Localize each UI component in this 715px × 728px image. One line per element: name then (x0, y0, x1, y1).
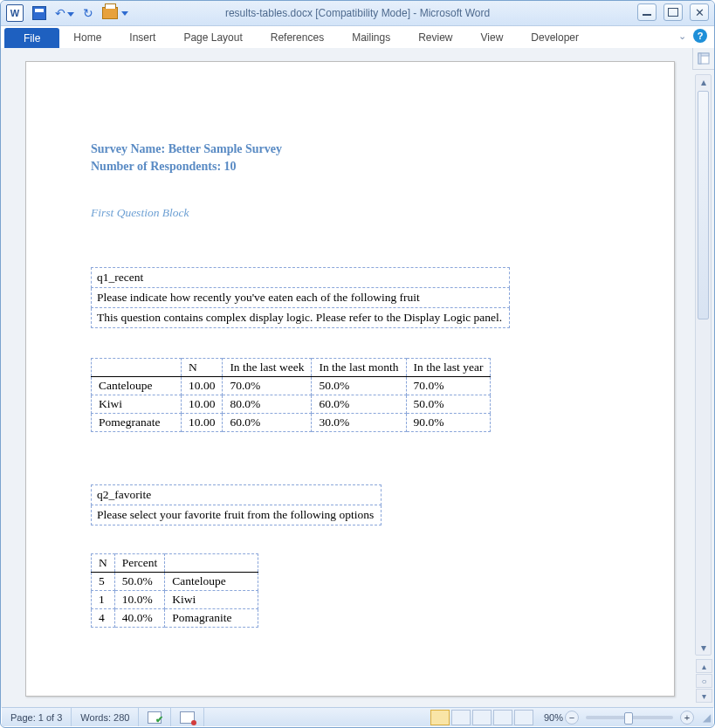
macro-recording[interactable] (171, 708, 204, 726)
tab-home[interactable]: Home (59, 26, 115, 48)
view-full-screen[interactable] (451, 710, 471, 725)
q2-id: q2_favorite (92, 484, 382, 505)
app-window: W ↶ ↻ results-tables.docx [Compatibility… (0, 0, 715, 728)
minimize-ribbon-icon[interactable]: ⌄ (678, 31, 686, 42)
resize-grip-icon[interactable]: ◢ (703, 711, 711, 724)
q2-col-percent: Percent (114, 553, 164, 572)
document-page[interactable]: Survey Name: Better Sample Survey Number… (25, 61, 675, 697)
status-right: 90% − + (430, 710, 713, 725)
q1-text: Please indicate how recently you've eate… (92, 287, 510, 307)
next-page-icon[interactable]: ▾ (696, 689, 712, 703)
q1-col-n: N (182, 358, 223, 376)
tab-view[interactable]: View (467, 26, 518, 48)
title-bar: W ↶ ↻ results-tables.docx [Compatibility… (1, 1, 714, 26)
scroll-thumb[interactable] (698, 91, 709, 319)
table-row: 110.0%Kiwi (92, 590, 258, 608)
quick-access-toolbar: W ↶ ↻ (1, 4, 128, 22)
svg-rect-2 (698, 53, 701, 64)
question-block-title: First Question Block (91, 206, 613, 220)
ribbon-tabs: File Home Insert Page Layout References … (1, 26, 714, 49)
q1-col-week: In the last week (223, 358, 312, 376)
tab-page-layout[interactable]: Page Layout (169, 26, 256, 48)
document-area: Survey Name: Better Sample Survey Number… (1, 48, 714, 708)
tab-developer[interactable]: Developer (517, 26, 593, 48)
file-tab[interactable]: File (4, 28, 59, 48)
q1-note: This question contains complex display l… (92, 307, 510, 327)
view-draft[interactable] (514, 710, 533, 725)
quick-print-icon[interactable] (102, 7, 118, 19)
table-row: Kiwi10.0080.0%60.0%50.0% (92, 395, 491, 413)
ruler-toggle[interactable] (692, 48, 714, 70)
respondent-count: Number of Respondents: 10 (91, 158, 613, 175)
proofing-status[interactable]: ✔ (139, 708, 171, 726)
table-row: Pomegranate10.0060.0%30.0%90.0% (92, 413, 491, 431)
q2-text: Please select your favorite fruit from t… (92, 505, 382, 525)
q1-header-box: q1_recent Please indicate how recently y… (91, 267, 510, 328)
tab-insert[interactable]: Insert (115, 26, 169, 48)
q2-col-n: N (92, 553, 115, 572)
q1-col-blank (92, 358, 182, 376)
word-icon[interactable]: W (6, 4, 24, 22)
tab-mailings[interactable]: Mailings (338, 26, 404, 48)
q1-col-year: In the last year (406, 358, 491, 376)
q2-data-table: N Percent 550.0%Canteloupe 110.0%Kiwi 44… (91, 553, 258, 628)
zoom-slider-thumb[interactable] (624, 712, 633, 725)
page-content: Survey Name: Better Sample Survey Number… (26, 62, 674, 654)
window-controls: ✕ (637, 3, 709, 21)
scroll-down-icon[interactable]: ▾ (696, 641, 711, 655)
q1-col-month: In the last month (312, 358, 406, 376)
redo-icon[interactable]: ↻ (83, 7, 93, 19)
zoom-slider[interactable] (586, 716, 673, 719)
browse-object-controls: ▴ ○ ▾ (697, 659, 712, 703)
zoom-in-button[interactable]: + (680, 711, 694, 725)
previous-page-icon[interactable]: ▴ (696, 659, 712, 673)
maximize-button[interactable] (663, 3, 683, 21)
table-row: Canteloupe10.0070.0%50.0%70.0% (92, 376, 491, 395)
q1-id: q1_recent (92, 267, 510, 287)
minimize-button[interactable] (637, 3, 657, 21)
tab-references[interactable]: References (257, 26, 338, 48)
scroll-up-icon[interactable]: ▴ (696, 75, 711, 89)
help-icon[interactable]: ? (693, 29, 707, 43)
close-button[interactable]: ✕ (690, 3, 709, 21)
q1-data-table: N In the last week In the last month In … (91, 358, 491, 432)
select-browse-object-icon[interactable]: ○ (696, 674, 712, 688)
table-row: 550.0%Canteloupe (92, 572, 258, 590)
zoom-level[interactable]: 90% (544, 712, 563, 723)
survey-name: Survey Name: Better Sample Survey (91, 141, 613, 158)
zoom-out-button[interactable]: − (565, 711, 579, 725)
word-count[interactable]: Words: 280 (72, 708, 139, 726)
vertical-scrollbar[interactable]: ▴ ▾ (695, 74, 712, 656)
save-icon[interactable] (32, 6, 46, 20)
page-indicator[interactable]: Page: 1 of 3 (2, 708, 72, 726)
tab-review[interactable]: Review (404, 26, 466, 48)
view-web-layout[interactable] (472, 710, 492, 725)
qat-customize-icon[interactable] (121, 11, 128, 16)
q2-header-box: q2_favorite Please select your favorite … (91, 484, 382, 525)
table-row: 440.0%Pomagranite (92, 608, 258, 627)
q2-col-blank (165, 553, 258, 572)
undo-icon[interactable]: ↶ (55, 7, 74, 19)
status-bar: Page: 1 of 3 Words: 280 ✔ 90% − + ◢ (2, 707, 713, 726)
view-print-layout[interactable] (430, 710, 450, 725)
view-outline[interactable] (493, 710, 512, 725)
